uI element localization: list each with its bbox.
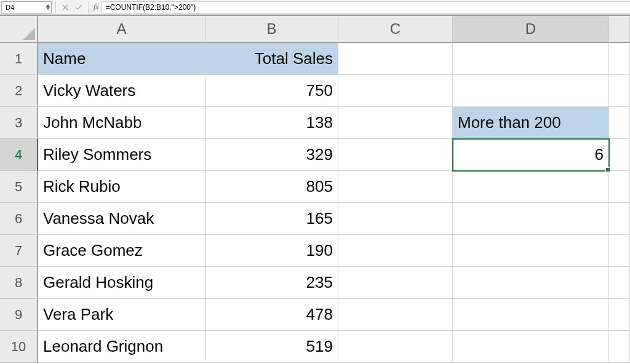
- row-header-6[interactable]: 6: [0, 203, 38, 235]
- cell-D5[interactable]: [453, 171, 609, 203]
- divider: [55, 1, 56, 14]
- cell-E7[interactable]: [609, 235, 630, 267]
- formula-input[interactable]: [102, 1, 630, 14]
- row-header-3[interactable]: 3: [0, 107, 38, 139]
- row-header-10[interactable]: 10: [0, 331, 38, 363]
- cell-B10[interactable]: 519: [205, 331, 338, 363]
- row-header-9[interactable]: 9: [0, 299, 38, 331]
- cell-E10[interactable]: [609, 331, 630, 363]
- check-icon: [75, 4, 82, 10]
- cell-D1[interactable]: [453, 43, 609, 75]
- cell-E5[interactable]: [609, 171, 630, 203]
- col-header-C[interactable]: C: [338, 16, 453, 43]
- row-header-2[interactable]: 2: [0, 75, 38, 107]
- cell-E1[interactable]: [609, 43, 630, 75]
- col-header-D[interactable]: D: [453, 16, 609, 43]
- cell-E3[interactable]: [609, 107, 630, 139]
- cancel-formula-button[interactable]: [58, 1, 72, 14]
- fx-label[interactable]: fx: [94, 2, 99, 12]
- name-box[interactable]: D4: [1, 1, 52, 14]
- cell-C6[interactable]: [338, 203, 453, 235]
- chevron-up-icon: [46, 4, 50, 7]
- cell-C7[interactable]: [338, 235, 453, 267]
- cell-A10[interactable]: Leonard Grignon: [38, 331, 205, 363]
- col-header-blank[interactable]: [609, 16, 630, 43]
- cell-A7[interactable]: Grace Gomez: [38, 235, 205, 267]
- cell-C4[interactable]: [338, 139, 453, 171]
- row-header-1[interactable]: 1: [0, 43, 38, 75]
- cell-B7[interactable]: 190: [205, 235, 338, 267]
- cell-A3[interactable]: John McNabb: [38, 107, 205, 139]
- row-header-5[interactable]: 5: [0, 171, 38, 203]
- cell-B4[interactable]: 329: [205, 139, 338, 171]
- cell-E2[interactable]: [609, 75, 630, 107]
- col-header-B[interactable]: B: [205, 16, 338, 43]
- cell-B5[interactable]: 805: [205, 171, 338, 203]
- row-header-8[interactable]: 8: [0, 267, 38, 299]
- cell-A2[interactable]: Vicky Waters: [38, 75, 205, 107]
- cell-A1[interactable]: Name: [38, 43, 205, 75]
- cell-C5[interactable]: [338, 171, 453, 203]
- name-box-text: D4: [2, 4, 44, 11]
- select-all-corner[interactable]: [0, 16, 38, 43]
- cell-D10[interactable]: [453, 331, 609, 363]
- cell-E9[interactable]: [609, 299, 630, 331]
- cell-B1[interactable]: Total Sales: [205, 43, 338, 75]
- cell-D8[interactable]: [453, 267, 609, 299]
- cell-A9[interactable]: Vera Park: [38, 299, 205, 331]
- cell-C9[interactable]: [338, 299, 453, 331]
- cell-A4[interactable]: Riley Sommers: [38, 139, 205, 171]
- cell-A6[interactable]: Vanessa Novak: [38, 203, 205, 235]
- name-box-stepper[interactable]: [44, 2, 51, 13]
- chevron-down-icon: [46, 7, 50, 10]
- formula-bar: D4 fx: [0, 0, 630, 15]
- cell-D2[interactable]: [453, 75, 609, 107]
- cell-D9[interactable]: [453, 299, 609, 331]
- cell-E4[interactable]: [609, 139, 630, 171]
- cell-C10[interactable]: [338, 331, 453, 363]
- cell-C3[interactable]: [338, 107, 453, 139]
- close-icon: [62, 4, 68, 10]
- cell-B2[interactable]: 750: [205, 75, 338, 107]
- cell-A8[interactable]: Gerald Hosking: [38, 267, 205, 299]
- cell-D6[interactable]: [453, 203, 609, 235]
- cell-B9[interactable]: 478: [205, 299, 338, 331]
- row-header-4[interactable]: 4: [0, 139, 38, 171]
- cell-C8[interactable]: [338, 267, 453, 299]
- enter-formula-button[interactable]: [72, 1, 86, 14]
- cell-D4[interactable]: 6: [453, 139, 609, 171]
- cell-D7[interactable]: [453, 235, 609, 267]
- col-header-A[interactable]: A: [38, 16, 205, 43]
- cell-C2[interactable]: [338, 75, 453, 107]
- row-header-7[interactable]: 7: [0, 235, 38, 267]
- cell-B6[interactable]: 165: [205, 203, 338, 235]
- cell-A5[interactable]: Rick Rubio: [38, 171, 205, 203]
- spreadsheet-grid: A B C D 1 Name Total Sales 2 Vicky Water…: [0, 15, 630, 363]
- divider: [88, 1, 89, 14]
- cell-B3[interactable]: 138: [205, 107, 338, 139]
- cell-E6[interactable]: [609, 203, 630, 235]
- cell-D3[interactable]: More than 200: [453, 107, 609, 139]
- cell-E8[interactable]: [609, 267, 630, 299]
- cell-B8[interactable]: 235: [205, 267, 338, 299]
- cell-C1[interactable]: [338, 43, 453, 75]
